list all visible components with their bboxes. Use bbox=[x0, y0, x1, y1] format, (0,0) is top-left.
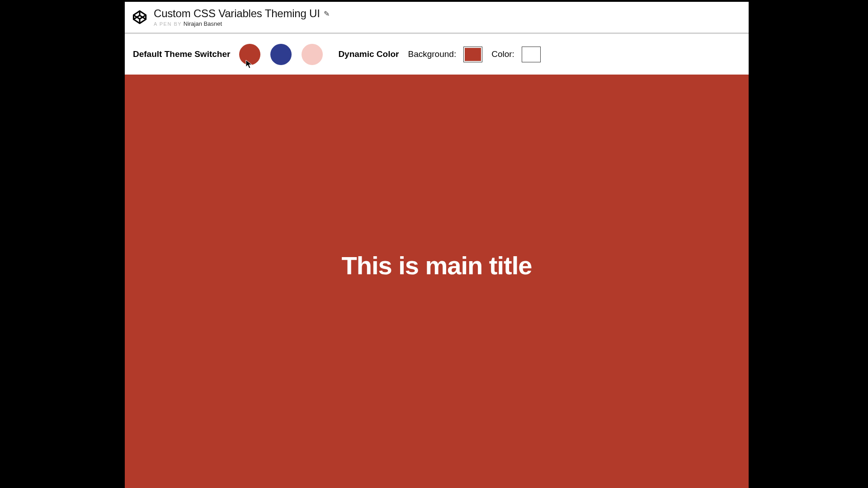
background-color-input[interactable] bbox=[463, 47, 482, 62]
byline-prefix: A PEN BY bbox=[154, 21, 182, 27]
background-label: Background: bbox=[408, 49, 456, 59]
pencil-icon[interactable]: ✎ bbox=[324, 9, 330, 18]
background-color-swatch bbox=[465, 48, 481, 61]
main-title: This is main title bbox=[342, 251, 532, 280]
text-color-swatch bbox=[523, 48, 539, 61]
pen-byline: A PEN BY Nirajan Basnet bbox=[154, 20, 330, 27]
theme-swatches bbox=[239, 44, 323, 65]
controls-bar: Default Theme Switcher Dynamic Color Bac… bbox=[125, 34, 749, 75]
dynamic-color-label: Dynamic Color bbox=[338, 49, 399, 59]
pen-header: Custom CSS Variables Theming UI ✎ A PEN … bbox=[125, 2, 749, 34]
text-color-input[interactable] bbox=[522, 47, 541, 62]
main-canvas: This is main title bbox=[125, 75, 749, 488]
theme-swatch-blue[interactable] bbox=[270, 44, 292, 65]
theme-swatch-red[interactable] bbox=[239, 44, 260, 65]
pen-author[interactable]: Nirajan Basnet bbox=[184, 20, 222, 27]
theme-switcher-label: Default Theme Switcher bbox=[133, 49, 230, 59]
theme-swatch-pink[interactable] bbox=[302, 44, 323, 65]
color-label: Color: bbox=[491, 49, 514, 59]
codepen-logo-icon[interactable] bbox=[131, 9, 148, 26]
pen-title[interactable]: Custom CSS Variables Theming UI bbox=[154, 7, 320, 20]
